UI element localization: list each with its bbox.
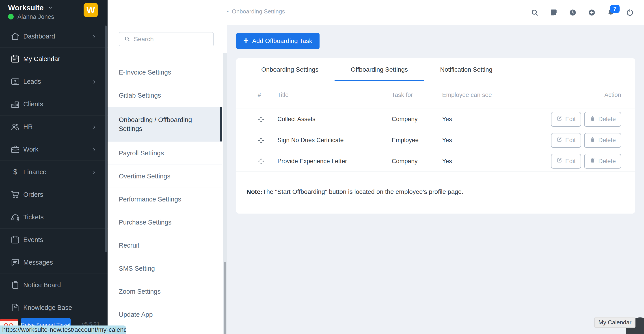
sidebar-scrollbar[interactable] <box>105 25 107 252</box>
briefcase-icon <box>10 144 20 154</box>
settings-nav-item-zoom-settings[interactable]: Zoom Settings <box>108 280 222 303</box>
chevron-right-icon <box>92 147 97 152</box>
tab-offboarding-settings[interactable]: Offboarding Settings <box>334 58 424 81</box>
note-label: Note: <box>246 188 262 195</box>
sidebar-item-leads[interactable]: Leads <box>0 70 108 93</box>
calendar-icon <box>10 54 20 64</box>
brand-row: Worksuite Alanna Jones W <box>0 0 108 25</box>
sidebar: Worksuite Alanna Jones W DashboardMy Cal… <box>0 0 108 334</box>
settings-scroll-track[interactable] <box>223 53 227 334</box>
sidebar-item-events[interactable]: Events <box>0 229 108 251</box>
sidebar-item-label: Leads <box>23 78 41 85</box>
house-icon <box>10 31 20 41</box>
topbar-icons: 7 <box>530 0 634 25</box>
brand-switcher[interactable]: Worksuite <box>8 3 53 12</box>
table-body: Collect AssetsCompanyYesEditDeleteSign N… <box>236 109 635 172</box>
task-for: Employee <box>392 137 442 144</box>
drag-handle-icon[interactable] <box>258 116 264 123</box>
settings-scroll-thumb[interactable] <box>224 262 226 334</box>
employee-can-see: Yes <box>442 137 540 144</box>
settings-nav-item-overtime-settings[interactable]: Overtime Settings <box>108 165 222 188</box>
task-title: Provide Experience Letter <box>278 158 392 165</box>
delete-button[interactable]: Delete <box>584 112 621 127</box>
note-icon[interactable] <box>550 8 558 17</box>
settings-nav-item-purchase-settings[interactable]: Purchase Settings <box>108 211 222 234</box>
add-offboarding-task-label: Add Offboarding Task <box>252 37 312 44</box>
settings-nav-list: E-Invoice SettingsGitlab SettingsOnboard… <box>108 53 222 326</box>
task-for: Company <box>392 158 442 165</box>
column-header-: # <box>258 92 278 98</box>
tab-bar: Onboarding SettingsOffboarding SettingsN… <box>236 58 635 81</box>
settings-nav-item-recruit[interactable]: Recruit <box>108 234 222 257</box>
sidebar-item-hr[interactable]: HR <box>0 115 108 138</box>
sidebar-item-tickets[interactable]: Tickets <box>0 206 108 229</box>
edit-button[interactable]: Edit <box>551 133 581 148</box>
sidebar-item-work[interactable]: Work <box>0 138 108 161</box>
settings-nav-item-performance-settings[interactable]: Performance Settings <box>108 188 222 211</box>
settings-nav-item-update-app[interactable]: Update App <box>108 303 222 326</box>
plus-circle-icon[interactable] <box>588 8 596 17</box>
tab-onboarding-settings[interactable]: Onboarding Settings <box>245 58 334 81</box>
sidebar-item-label: My Calendar <box>23 55 60 63</box>
settings-nav-item-payroll-settings[interactable]: Payroll Settings <box>108 142 222 165</box>
my-calendar-tooltip: My Calendar <box>594 317 636 328</box>
sidebar-item-label: Messages <box>23 259 53 266</box>
settings-nav-item-onboarding-offboarding-settings[interactable]: Onboarding / Offboarding Settings <box>108 107 222 142</box>
search-icon <box>119 36 130 43</box>
settings-nav-item-partial <box>108 53 222 61</box>
calendar-blank-icon <box>10 235 20 245</box>
settings-nav-item-e-invoice-settings[interactable]: E-Invoice Settings <box>108 61 222 84</box>
settings-nav-item-sms-setting[interactable]: SMS Setting <box>108 257 222 280</box>
clock-icon[interactable] <box>568 8 577 17</box>
note-body: The "Start Offboarding" button is locate… <box>262 188 464 195</box>
bell-icon[interactable]: 7 <box>606 8 615 17</box>
settings-nav-item-gitlab-settings[interactable]: Gitlab Settings <box>108 84 222 107</box>
cart-icon <box>10 190 20 199</box>
power-icon[interactable] <box>626 8 634 17</box>
search-icon[interactable] <box>530 8 539 17</box>
settings-search-input[interactable] <box>134 35 206 43</box>
app-logo[interactable]: W <box>84 3 98 17</box>
sidebar-item-label: Dashboard <box>23 33 55 40</box>
table-row: Collect AssetsCompanyYesEditDelete <box>236 109 635 130</box>
drag-handle-icon[interactable] <box>258 158 264 165</box>
sidebar-item-orders[interactable]: Orders <box>0 183 108 206</box>
sidebar-item-finance[interactable]: $Finance <box>0 161 108 183</box>
table-row: Sign No Dues CertificateEmployeeYesEditD… <box>236 130 635 151</box>
note-text: Note:The "Start Offboarding" button is l… <box>246 188 635 195</box>
main-content: + Add Offboarding Task Onboarding Settin… <box>227 25 644 334</box>
id-card-icon <box>10 76 20 86</box>
task-title: Collect Assets <box>278 116 392 123</box>
edit-icon <box>556 137 562 144</box>
sidebar-item-notice-board[interactable]: Notice Board <box>0 274 108 296</box>
tab-notification-setting[interactable]: Notification Setting <box>424 58 508 81</box>
delete-button[interactable]: Delete <box>584 133 621 148</box>
sidebar-item-messages[interactable]: Messages <box>0 251 108 274</box>
sidebar-item-label: Notice Board <box>23 281 61 289</box>
sidebar-item-label: Clients <box>23 100 43 108</box>
edit-icon <box>556 157 562 165</box>
task-for: Company <box>392 116 442 123</box>
document-icon <box>10 303 20 313</box>
sidebar-item-label: Events <box>23 236 43 244</box>
task-title: Sign No Dues Certificate <box>278 137 392 144</box>
sidebar-item-knowledge-base[interactable]: Knowledge Base <box>0 296 108 319</box>
sidebar-item-dashboard[interactable]: Dashboard <box>0 25 108 48</box>
sidebar-item-clients[interactable]: Clients <box>0 93 108 115</box>
edit-button[interactable]: Edit <box>551 154 581 169</box>
edit-button[interactable]: Edit <box>551 112 581 127</box>
trash-icon <box>590 115 596 123</box>
column-header-task-for: Task for <box>392 92 442 98</box>
status-url-tooltip: https://worksuite-new.test/account/my-ca… <box>0 326 126 334</box>
dollar-icon: $ <box>10 167 20 177</box>
drag-handle-icon[interactable] <box>258 137 264 144</box>
add-offboarding-task-button[interactable]: + Add Offboarding Task <box>236 33 320 49</box>
delete-button[interactable]: Delete <box>584 154 621 169</box>
column-header-title: Title <box>278 92 392 98</box>
headset-icon <box>10 212 20 222</box>
settings-card: Onboarding SettingsOffboarding SettingsN… <box>236 58 635 214</box>
sidebar-item-my-calendar[interactable]: My Calendar <box>0 48 108 70</box>
sidebar-item-label: Finance <box>23 168 46 176</box>
settings-search[interactable] <box>119 32 214 46</box>
sidebar-menu: DashboardMy CalendarLeadsClientsHRWork$F… <box>0 25 108 319</box>
